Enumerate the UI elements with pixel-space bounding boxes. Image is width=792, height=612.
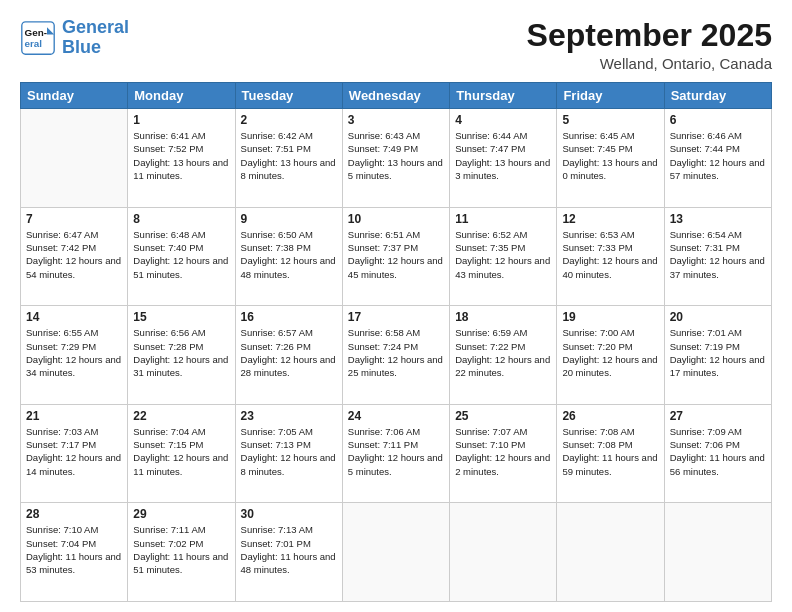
daylight-label: Daylight: 12 hours and 17 minutes. [670, 354, 765, 378]
day-number: 2 [241, 113, 337, 127]
sunset-label: Sunset: 7:51 PM [241, 143, 311, 154]
logo-line1: General [62, 17, 129, 37]
calendar-cell: 3Sunrise: 6:43 AMSunset: 7:49 PMDaylight… [342, 109, 449, 208]
day-number: 12 [562, 212, 658, 226]
calendar-cell: 16Sunrise: 6:57 AMSunset: 7:26 PMDayligh… [235, 306, 342, 405]
sunrise-label: Sunrise: 7:04 AM [133, 426, 205, 437]
sunrise-label: Sunrise: 6:42 AM [241, 130, 313, 141]
sunrise-label: Sunrise: 6:44 AM [455, 130, 527, 141]
calendar-cell: 24Sunrise: 7:06 AMSunset: 7:11 PMDayligh… [342, 404, 449, 503]
daylight-label: Daylight: 13 hours and 5 minutes. [348, 157, 443, 181]
sunrise-label: Sunrise: 7:00 AM [562, 327, 634, 338]
daylight-label: Daylight: 12 hours and 2 minutes. [455, 452, 550, 476]
sunset-label: Sunset: 7:29 PM [26, 341, 96, 352]
day-number: 11 [455, 212, 551, 226]
day-content: Sunrise: 7:13 AMSunset: 7:01 PMDaylight:… [241, 523, 337, 576]
calendar-cell: 15Sunrise: 6:56 AMSunset: 7:28 PMDayligh… [128, 306, 235, 405]
sunrise-label: Sunrise: 7:07 AM [455, 426, 527, 437]
sunrise-label: Sunrise: 7:01 AM [670, 327, 742, 338]
calendar-cell: 10Sunrise: 6:51 AMSunset: 7:37 PMDayligh… [342, 207, 449, 306]
day-number: 6 [670, 113, 766, 127]
calendar-cell: 5Sunrise: 6:45 AMSunset: 7:45 PMDaylight… [557, 109, 664, 208]
sunrise-label: Sunrise: 6:54 AM [670, 229, 742, 240]
day-number: 28 [26, 507, 122, 521]
sunrise-label: Sunrise: 6:43 AM [348, 130, 420, 141]
title-block: September 2025 Welland, Ontario, Canada [527, 18, 772, 72]
sunset-label: Sunset: 7:17 PM [26, 439, 96, 450]
day-content: Sunrise: 6:41 AMSunset: 7:52 PMDaylight:… [133, 129, 229, 182]
day-content: Sunrise: 7:09 AMSunset: 7:06 PMDaylight:… [670, 425, 766, 478]
day-number: 25 [455, 409, 551, 423]
sunset-label: Sunset: 7:28 PM [133, 341, 203, 352]
sunset-label: Sunset: 7:42 PM [26, 242, 96, 253]
calendar-header-row: SundayMondayTuesdayWednesdayThursdayFrid… [21, 83, 772, 109]
subtitle: Welland, Ontario, Canada [527, 55, 772, 72]
daylight-label: Daylight: 12 hours and 11 minutes. [133, 452, 228, 476]
day-content: Sunrise: 6:58 AMSunset: 7:24 PMDaylight:… [348, 326, 444, 379]
daylight-label: Daylight: 13 hours and 11 minutes. [133, 157, 228, 181]
sunset-label: Sunset: 7:45 PM [562, 143, 632, 154]
sunrise-label: Sunrise: 6:53 AM [562, 229, 634, 240]
sunset-label: Sunset: 7:40 PM [133, 242, 203, 253]
day-number: 29 [133, 507, 229, 521]
day-content: Sunrise: 6:47 AMSunset: 7:42 PMDaylight:… [26, 228, 122, 281]
sunset-label: Sunset: 7:10 PM [455, 439, 525, 450]
calendar-cell: 30Sunrise: 7:13 AMSunset: 7:01 PMDayligh… [235, 503, 342, 602]
sunrise-label: Sunrise: 6:41 AM [133, 130, 205, 141]
day-number: 9 [241, 212, 337, 226]
calendar-cell: 22Sunrise: 7:04 AMSunset: 7:15 PMDayligh… [128, 404, 235, 503]
sunset-label: Sunset: 7:02 PM [133, 538, 203, 549]
calendar-cell: 6Sunrise: 6:46 AMSunset: 7:44 PMDaylight… [664, 109, 771, 208]
page: Gen- eral General Blue September 2025 We… [0, 0, 792, 612]
calendar-cell: 12Sunrise: 6:53 AMSunset: 7:33 PMDayligh… [557, 207, 664, 306]
calendar-cell [342, 503, 449, 602]
day-number: 26 [562, 409, 658, 423]
day-content: Sunrise: 6:50 AMSunset: 7:38 PMDaylight:… [241, 228, 337, 281]
calendar-cell: 19Sunrise: 7:00 AMSunset: 7:20 PMDayligh… [557, 306, 664, 405]
day-content: Sunrise: 7:06 AMSunset: 7:11 PMDaylight:… [348, 425, 444, 478]
sunrise-label: Sunrise: 7:09 AM [670, 426, 742, 437]
calendar-week-0: 1Sunrise: 6:41 AMSunset: 7:52 PMDaylight… [21, 109, 772, 208]
calendar-cell: 17Sunrise: 6:58 AMSunset: 7:24 PMDayligh… [342, 306, 449, 405]
calendar-week-4: 28Sunrise: 7:10 AMSunset: 7:04 PMDayligh… [21, 503, 772, 602]
daylight-label: Daylight: 12 hours and 5 minutes. [348, 452, 443, 476]
header: Gen- eral General Blue September 2025 We… [20, 18, 772, 72]
calendar-cell: 23Sunrise: 7:05 AMSunset: 7:13 PMDayligh… [235, 404, 342, 503]
logo-line2: Blue [62, 37, 101, 57]
sunset-label: Sunset: 7:11 PM [348, 439, 418, 450]
day-number: 10 [348, 212, 444, 226]
sunrise-label: Sunrise: 6:48 AM [133, 229, 205, 240]
sunrise-label: Sunrise: 7:13 AM [241, 524, 313, 535]
daylight-label: Daylight: 12 hours and 57 minutes. [670, 157, 765, 181]
day-number: 7 [26, 212, 122, 226]
daylight-label: Daylight: 12 hours and 34 minutes. [26, 354, 121, 378]
day-content: Sunrise: 6:53 AMSunset: 7:33 PMDaylight:… [562, 228, 658, 281]
calendar-cell: 11Sunrise: 6:52 AMSunset: 7:35 PMDayligh… [450, 207, 557, 306]
sunrise-label: Sunrise: 6:58 AM [348, 327, 420, 338]
calendar-cell: 29Sunrise: 7:11 AMSunset: 7:02 PMDayligh… [128, 503, 235, 602]
calendar-week-3: 21Sunrise: 7:03 AMSunset: 7:17 PMDayligh… [21, 404, 772, 503]
sunrise-label: Sunrise: 7:08 AM [562, 426, 634, 437]
calendar-header-monday: Monday [128, 83, 235, 109]
daylight-label: Daylight: 12 hours and 40 minutes. [562, 255, 657, 279]
calendar-cell: 8Sunrise: 6:48 AMSunset: 7:40 PMDaylight… [128, 207, 235, 306]
day-content: Sunrise: 6:52 AMSunset: 7:35 PMDaylight:… [455, 228, 551, 281]
calendar-header-thursday: Thursday [450, 83, 557, 109]
sunrise-label: Sunrise: 6:45 AM [562, 130, 634, 141]
calendar-cell [664, 503, 771, 602]
day-content: Sunrise: 7:05 AMSunset: 7:13 PMDaylight:… [241, 425, 337, 478]
day-number: 22 [133, 409, 229, 423]
daylight-label: Daylight: 11 hours and 53 minutes. [26, 551, 121, 575]
sunset-label: Sunset: 7:08 PM [562, 439, 632, 450]
calendar-cell: 2Sunrise: 6:42 AMSunset: 7:51 PMDaylight… [235, 109, 342, 208]
daylight-label: Daylight: 13 hours and 8 minutes. [241, 157, 336, 181]
calendar-cell: 18Sunrise: 6:59 AMSunset: 7:22 PMDayligh… [450, 306, 557, 405]
day-number: 14 [26, 310, 122, 324]
main-title: September 2025 [527, 18, 772, 53]
sunset-label: Sunset: 7:44 PM [670, 143, 740, 154]
day-content: Sunrise: 6:54 AMSunset: 7:31 PMDaylight:… [670, 228, 766, 281]
sunrise-label: Sunrise: 6:46 AM [670, 130, 742, 141]
sunset-label: Sunset: 7:47 PM [455, 143, 525, 154]
calendar-header-tuesday: Tuesday [235, 83, 342, 109]
day-number: 8 [133, 212, 229, 226]
